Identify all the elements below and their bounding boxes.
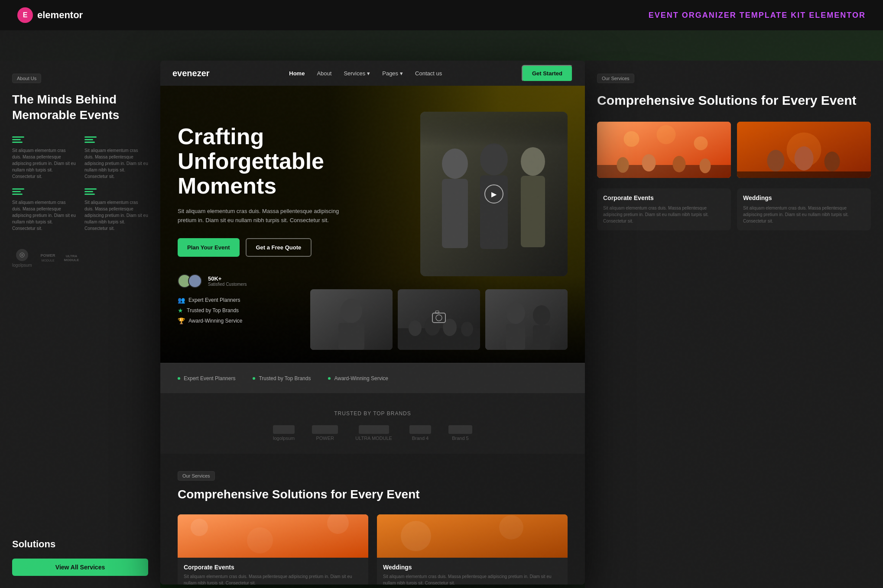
brand-shape-1	[273, 425, 295, 434]
svg-rect-8	[521, 176, 545, 247]
brand-name-2: POWERMODULE	[41, 253, 55, 263]
elementor-logo: E elementor	[17, 7, 83, 23]
brand-shape-2	[312, 425, 338, 434]
services-title-center: Comprehensive Solutions for Every Event	[178, 488, 568, 501]
people-icon: 👥	[178, 297, 185, 304]
feature-item-1: Sit aliquam elementum cras duis. Massa p…	[12, 136, 76, 180]
svg-point-5	[480, 143, 508, 175]
svg-point-32	[401, 521, 431, 551]
trust-brand-name-5: Brand 5	[452, 436, 469, 441]
svg-point-29	[247, 527, 273, 553]
service-cards-row: Corporate Events Sit aliquam elementum c…	[597, 188, 871, 236]
feature-text-4: Sit aliquam elementum cras duis. Massa p…	[84, 199, 148, 232]
nav-home[interactable]: Home	[289, 70, 305, 77]
trust-brand-2: POWER	[312, 425, 338, 441]
feature-label-3: Award-Winning Service	[188, 318, 243, 324]
svg-rect-12	[338, 323, 364, 350]
brand-shape-5	[448, 425, 472, 434]
svg-point-17	[443, 319, 457, 336]
services-section-center: Our Services Comprehensive Solutions for…	[160, 454, 585, 585]
services-images-grid	[597, 122, 871, 178]
elementor-brand-name: elementor	[37, 10, 83, 21]
view-all-services-button[interactable]: View All Services	[12, 559, 148, 576]
feature-bars-icon-4	[84, 188, 148, 195]
trust-brand-5: Brand 5	[448, 425, 472, 441]
thumb-image-2	[398, 289, 480, 350]
thumb-inner-3	[485, 289, 568, 350]
svg-point-46	[795, 146, 814, 171]
bar-4	[84, 136, 97, 138]
svg-point-25	[533, 305, 550, 325]
nav-services-chevron-icon: ▾	[367, 70, 370, 77]
hero-buttons: Plan Your Event Get a Free Quote	[178, 238, 342, 257]
bar-1	[12, 136, 24, 138]
nav-pages-dropdown[interactable]: Pages ▾	[382, 70, 403, 77]
trust-brand-3: ULTRA MODULE	[355, 425, 392, 441]
brand-icon-1	[19, 252, 25, 258]
brand-shape-3	[359, 425, 389, 434]
bar-6	[84, 142, 95, 143]
nav-contact[interactable]: Contact us	[415, 70, 442, 77]
play-button-overlay[interactable]: ▶	[484, 184, 503, 204]
stat-dot-2	[253, 377, 255, 380]
hero-stats: 50K+ Satisfied Customers	[178, 274, 342, 288]
thumbnail-3	[485, 289, 568, 350]
wedding-img	[377, 514, 568, 558]
avatar-stack	[178, 274, 202, 288]
sc-desc-corporate: Sit aliquam elementum cras duis. Massa p…	[603, 205, 725, 224]
svg-point-3	[442, 149, 468, 179]
service-thumb-img-1	[597, 122, 731, 178]
stat-label: Satisfied Customers	[208, 282, 247, 287]
thumb-inner-2	[398, 289, 480, 350]
nav-links: Home About Services ▾ Pages ▾ Contact us	[289, 70, 442, 77]
sc-desc-wedding: Sit aliquam elementum cras duis. Massa p…	[743, 205, 865, 224]
service-name-1: Corporate Events	[184, 564, 362, 571]
nav-services-label: Services	[344, 70, 365, 77]
nav-about[interactable]: About	[317, 70, 331, 77]
nav-services-dropdown[interactable]: Services ▾	[344, 70, 370, 77]
bar-5	[84, 139, 93, 140]
svg-point-37	[694, 136, 708, 150]
service-thumb-1	[597, 122, 731, 178]
trust-brand-name-1: logolpsum	[273, 436, 295, 441]
brand-circle-1	[16, 249, 28, 261]
stat-dot-3	[328, 377, 331, 380]
svg-point-42	[700, 158, 711, 173]
feature-label-1: Expert Event Planners	[188, 297, 240, 303]
bar-3	[12, 142, 23, 143]
svg-point-18	[461, 322, 473, 336]
top-bar: E elementor EVENT ORGANIZER TEMPLATE KIT…	[0, 0, 883, 30]
service-card-2: Weddings Sit aliquam elementum cras duis…	[377, 514, 568, 585]
nav-get-started-button[interactable]: Get Started	[522, 65, 573, 82]
plan-event-button[interactable]: Plan Your Event	[178, 238, 240, 257]
get-free-quote-button[interactable]: Get a Free Quote	[246, 238, 312, 257]
left-panel-bottom: Solutions View All Services	[0, 416, 160, 588]
svg-rect-48	[737, 171, 871, 178]
about-badge: About Us	[12, 74, 41, 83]
nav-pages-chevron-icon: ▾	[400, 70, 403, 77]
service-image-1	[178, 514, 368, 558]
trust-brand-name-4: Brand 4	[412, 436, 429, 441]
services-grid-center: Corporate Events Sit aliquam elementum c…	[178, 514, 568, 585]
brand-logo-1: logolpsum	[12, 249, 32, 268]
avatar-2	[188, 274, 202, 288]
solutions-title: Solutions	[12, 539, 148, 550]
stat-item-1: Expert Event Planners	[178, 375, 235, 381]
feature-item-2: Sit aliquam elementum cras duis. Massa p…	[84, 136, 148, 180]
feature-text-3: Sit aliquam elementum cras duis. Massa p…	[12, 199, 76, 232]
brand-logo-3: ULTRAMODULE	[64, 254, 79, 262]
feature-text-2: Sit aliquam elementum cras duis. Massa p…	[84, 147, 148, 180]
svg-point-41	[673, 156, 686, 172]
svg-rect-4	[442, 179, 468, 248]
sc-name-corporate: Corporate Events	[603, 194, 725, 201]
service-info-2: Weddings Sit aliquam elementum cras duis…	[377, 558, 568, 585]
stat-item-2: Trusted by Top Brands	[253, 375, 311, 381]
thumb-image-3	[485, 289, 568, 350]
brand-shape-4	[409, 425, 431, 434]
service-desc-1: Sit aliquam elementum cras duis. Massa p…	[184, 573, 362, 585]
svg-point-1	[21, 254, 23, 256]
background-area: EVENEZER EVENEZER About Us The Minds Beh…	[0, 30, 883, 588]
site-logo: evenezer	[172, 68, 210, 78]
stat-text-1: Expert Event Planners	[184, 375, 235, 381]
service-thumb-img-2	[737, 122, 871, 178]
